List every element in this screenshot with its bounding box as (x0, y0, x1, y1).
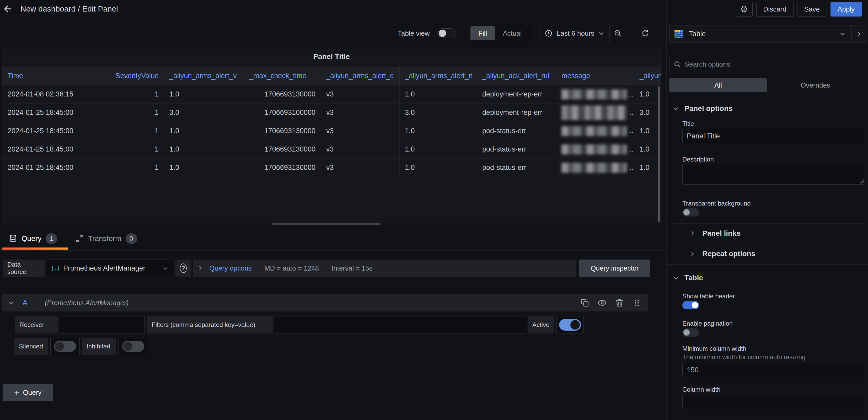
redacted-message-blur (561, 126, 627, 136)
repeat-options-section[interactable]: Repeat options (671, 244, 865, 264)
query-row-header[interactable]: A (Prometheus AlertManager) (2, 294, 648, 312)
cell-message-redacted: ... (556, 159, 634, 177)
column-header-aliyun[interactable]: _aliyun (634, 67, 660, 85)
time-controls: Last 6 hours (539, 25, 629, 42)
min-column-width-input[interactable] (682, 363, 865, 377)
chevron-down-icon (598, 30, 604, 36)
transparent-background-toggle[interactable] (682, 208, 699, 217)
redacted-message-blur (561, 144, 627, 154)
panel-preview: Panel Title Time SeverityValue _aliyun_a… (2, 49, 661, 223)
top-nav: New dashboard / Edit Panel ⚙ Discard Sav… (0, 0, 868, 18)
active-toggle[interactable] (559, 319, 581, 331)
tab-all[interactable]: All (670, 78, 767, 92)
toggle-visibility-icon[interactable] (597, 297, 607, 308)
table-row: 2024-01-25 18:45:00 1 1.0 1706693130000 … (2, 122, 660, 140)
time-range-picker[interactable]: Last 6 hours (539, 25, 610, 42)
sidebar-splitter[interactable] (666, 0, 667, 420)
visualization-picker[interactable]: Table (669, 25, 866, 42)
cell-time: 2024-01-25 18:45:00 (2, 103, 84, 122)
column-header-ack-alert-rule[interactable]: _aliyun_ack_alert_rul (477, 67, 556, 85)
cell-alert-n: 3.0 (400, 103, 477, 122)
column-header-max-check-time[interactable]: _max_check_time (244, 67, 321, 85)
duplicate-query-icon[interactable] (580, 297, 590, 308)
tab-transform-label: Transform (88, 234, 121, 243)
table-viz-icon (674, 29, 684, 39)
tab-transform[interactable]: Transform 0 (75, 229, 137, 249)
description-textarea[interactable] (682, 164, 865, 185)
refresh-button[interactable] (636, 25, 655, 42)
panel-links-label: Panel links (702, 229, 741, 237)
pane-resize-handle[interactable] (272, 223, 381, 225)
column-header-alert-n[interactable]: _aliyun_arms_alert_n (400, 67, 477, 85)
back-button[interactable] (0, 1, 16, 17)
plus-icon: + (14, 388, 20, 397)
add-query-button[interactable]: + Query (3, 384, 53, 401)
panel-settings-button[interactable]: ⚙ (736, 2, 753, 17)
cell-alert-v: 1.0 (164, 85, 244, 103)
top-nav-actions: ⚙ Discard Save Apply (736, 2, 862, 17)
silenced-toggle[interactable] (54, 341, 76, 352)
chevron-down-icon (673, 275, 679, 281)
min-column-width-label: Minimum column width (682, 345, 746, 352)
query-options-bar[interactable]: Query options MD = auto = 1248 Interval … (193, 260, 576, 277)
zoom-out-time-button[interactable] (610, 25, 626, 42)
clock-icon (545, 29, 553, 37)
panel-preview-title[interactable]: Panel Title (2, 49, 660, 64)
cell-alert-v: 3.0 (164, 103, 244, 122)
column-header-alert-c[interactable]: _aliyun_arms_alert_c (321, 67, 400, 85)
cell-alert-c: v3 (321, 103, 400, 122)
collapse-chevron-icon[interactable] (8, 300, 14, 306)
cell-severity: 1 (84, 85, 164, 103)
cell-message-redacted: ... (556, 85, 634, 103)
active-toggle-box (556, 316, 584, 333)
cell-message-redacted: ... (556, 140, 634, 158)
active-label: Active (528, 316, 554, 333)
tab-overrides[interactable]: Overrides (767, 78, 864, 92)
tab-query[interactable]: Query 1 (9, 229, 57, 249)
delete-query-icon[interactable] (614, 297, 625, 308)
cell-alert-n: 1.0 (400, 140, 477, 158)
column-header-alert-v[interactable]: _aliyun_arms_alert_v (164, 67, 244, 85)
filters-input[interactable] (275, 316, 526, 333)
datasource-picker[interactable]: {...} Prometheus AlertManager (47, 260, 173, 277)
textarea-resize-handle[interactable] (860, 179, 864, 184)
arrow-left-icon (3, 4, 12, 13)
collapse-options-pane-button[interactable] (851, 31, 866, 37)
transform-icon (75, 234, 84, 243)
receiver-input[interactable] (60, 316, 145, 333)
panel-links-section[interactable]: Panel links (671, 223, 865, 243)
apply-button[interactable]: Apply (831, 2, 862, 17)
active-tab-indicator (2, 248, 68, 250)
panel-title-input[interactable] (682, 129, 865, 143)
chevron-down-icon (163, 266, 168, 271)
drag-handle-icon[interactable] (631, 297, 642, 308)
options-search-input[interactable] (685, 60, 860, 68)
inhibited-toggle[interactable] (122, 341, 144, 352)
column-width-input[interactable] (682, 395, 865, 409)
cell-aliyun-last: 1.0 (634, 85, 660, 103)
table-scrollbar[interactable] (658, 86, 660, 222)
enable-pagination-label: Enable pagination (682, 320, 733, 327)
column-header-severityvalue[interactable]: SeverityValue (84, 67, 164, 85)
repeat-options-label: Repeat options (702, 250, 755, 258)
enable-pagination-toggle[interactable] (682, 328, 699, 336)
column-header-time[interactable]: Time (2, 67, 84, 85)
discard-button[interactable]: Discard (756, 2, 794, 17)
show-table-header-toggle[interactable] (682, 301, 699, 310)
panel-options-section-header[interactable]: Panel options (673, 104, 733, 113)
table-section-header[interactable]: Table (673, 274, 703, 282)
cell-message-redacted: ... (556, 122, 634, 140)
save-button[interactable]: Save (797, 2, 827, 17)
column-header-message[interactable]: message (556, 67, 634, 85)
table-view-toggle[interactable] (437, 28, 456, 38)
actual-option[interactable]: Actual (495, 26, 529, 40)
zoom-out-icon (614, 29, 622, 37)
query-inspector-button[interactable]: Query inspector (579, 260, 650, 277)
refresh-icon (642, 29, 649, 37)
query-row-actions (580, 297, 648, 308)
fill-option[interactable]: Fill (470, 26, 495, 40)
fill-actual-segmented: Fill Actual (469, 25, 533, 42)
datasource-help-button[interactable]: ? (175, 260, 191, 277)
options-search[interactable] (669, 56, 864, 72)
cell-severity: 1 (84, 103, 164, 122)
